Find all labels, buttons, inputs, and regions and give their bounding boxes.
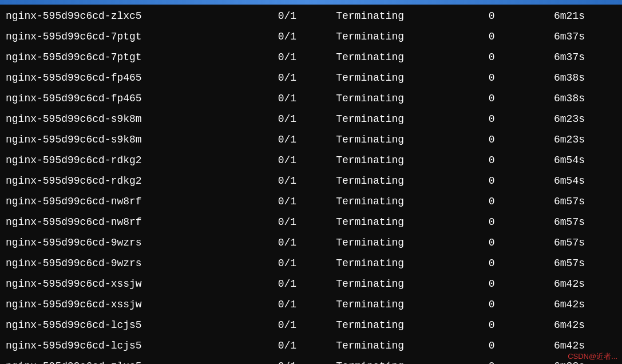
pod-ready: 0/1: [274, 232, 332, 253]
table-row: nginx-595d99c6cd-xssjw0/1Terminating06m4…: [5, 294, 622, 315]
pod-restarts: 0: [484, 232, 549, 253]
pod-name: nginx-595d99c6cd-rdkg2: [5, 150, 274, 171]
table-row: nginx-595d99c6cd-s9k8m0/1Terminating06m2…: [5, 109, 622, 129]
pod-status: Terminating: [331, 356, 484, 364]
pod-restarts: 0: [484, 253, 549, 274]
pod-restarts: 0: [484, 150, 549, 171]
pod-name: nginx-595d99c6cd-s9k8m: [5, 109, 274, 129]
pod-ready: 0/1: [274, 6, 332, 26]
pod-name: nginx-595d99c6cd-lcjs5: [5, 335, 274, 356]
table-row: nginx-595d99c6cd-9wzrs0/1Terminating06m5…: [5, 232, 622, 253]
pod-restarts: 0: [484, 335, 549, 356]
pod-restarts: 0: [484, 212, 549, 232]
pod-status: Terminating: [331, 315, 484, 335]
pod-ready: 0/1: [274, 253, 332, 274]
pod-age: 6m57s: [549, 212, 622, 232]
table-row: nginx-595d99c6cd-lcjs50/1Terminating06m4…: [5, 335, 622, 356]
pod-status: Terminating: [331, 88, 484, 109]
pod-status: Terminating: [331, 6, 484, 26]
pod-age: 6m54s: [549, 150, 622, 171]
pod-age: 6m57s: [549, 191, 622, 212]
pod-status: Terminating: [331, 253, 484, 274]
pod-ready: 0/1: [274, 171, 332, 191]
table-row: nginx-595d99c6cd-7ptgt0/1Terminating06m3…: [5, 26, 622, 47]
pod-name: nginx-595d99c6cd-zlxc5: [5, 6, 274, 26]
table-row: nginx-595d99c6cd-s9k8m0/1Terminating06m2…: [5, 129, 622, 150]
pod-ready: 0/1: [274, 26, 332, 47]
pod-restarts: 0: [484, 274, 549, 294]
watermark: CSDN@近者...: [568, 351, 617, 362]
pod-age: 6m42s: [549, 294, 622, 315]
pod-name: nginx-595d99c6cd-zlxc5: [5, 356, 274, 364]
pod-restarts: 0: [484, 171, 549, 191]
top-bar: [0, 0, 622, 5]
pod-restarts: 0: [484, 356, 549, 364]
pod-name: nginx-595d99c6cd-xssjw: [5, 294, 274, 315]
pod-age: 6m21s: [549, 6, 622, 26]
pod-restarts: 0: [484, 6, 549, 26]
pod-ready: 0/1: [274, 191, 332, 212]
pod-status: Terminating: [331, 294, 484, 315]
pod-ready: 0/1: [274, 315, 332, 335]
pod-restarts: 0: [484, 294, 549, 315]
pod-restarts: 0: [484, 88, 549, 109]
pod-name: nginx-595d99c6cd-9wzrs: [5, 232, 274, 253]
table-row: nginx-595d99c6cd-rdkg20/1Terminating06m5…: [5, 171, 622, 191]
pod-status: Terminating: [331, 150, 484, 171]
pod-ready: 0/1: [274, 68, 332, 88]
pod-age: 6m42s: [549, 315, 622, 335]
pod-age: 6m37s: [549, 47, 622, 68]
pod-status: Terminating: [331, 129, 484, 150]
table-row: nginx-595d99c6cd-lcjs50/1Terminating06m4…: [5, 315, 622, 335]
table-row: nginx-595d99c6cd-xssjw0/1Terminating06m4…: [5, 274, 622, 294]
pod-status: Terminating: [331, 191, 484, 212]
pod-name: nginx-595d99c6cd-s9k8m: [5, 129, 274, 150]
pod-restarts: 0: [484, 191, 549, 212]
table-row: nginx-595d99c6cd-nw8rf0/1Terminating06m5…: [5, 212, 622, 232]
pod-restarts: 0: [484, 26, 549, 47]
table-row: nginx-595d99c6cd-nw8rf0/1Terminating06m5…: [5, 191, 622, 212]
table-row: nginx-595d99c6cd-fp4650/1Terminating06m3…: [5, 88, 622, 109]
pod-ready: 0/1: [274, 294, 332, 315]
pod-name: nginx-595d99c6cd-7ptgt: [5, 26, 274, 47]
pod-ready: 0/1: [274, 129, 332, 150]
pod-ready: 0/1: [274, 109, 332, 129]
pod-name: nginx-595d99c6cd-fp465: [5, 68, 274, 88]
pod-ready: 0/1: [274, 88, 332, 109]
pod-age: 6m38s: [549, 68, 622, 88]
pod-name: nginx-595d99c6cd-7ptgt: [5, 47, 274, 68]
pod-name: nginx-595d99c6cd-nw8rf: [5, 191, 274, 212]
pod-name: nginx-595d99c6cd-fp465: [5, 88, 274, 109]
pod-status: Terminating: [331, 335, 484, 356]
pod-age: 6m57s: [549, 232, 622, 253]
pod-status: Terminating: [331, 26, 484, 47]
pod-restarts: 0: [484, 129, 549, 150]
table-container: nginx-595d99c6cd-zlxc50/1Terminating06m2…: [0, 0, 622, 364]
pod-restarts: 0: [484, 109, 549, 129]
table-row: nginx-595d99c6cd-zlxc50/1Terminating06m2…: [5, 6, 622, 26]
pod-ready: 0/1: [274, 335, 332, 356]
table-row: nginx-595d99c6cd-9wzrs0/1Terminating06m5…: [5, 253, 622, 274]
pod-restarts: 0: [484, 47, 549, 68]
pod-ready: 0/1: [274, 47, 332, 68]
table-row: nginx-595d99c6cd-rdkg20/1Terminating06m5…: [5, 150, 622, 171]
pod-status: Terminating: [331, 68, 484, 88]
pod-restarts: 0: [484, 315, 549, 335]
pod-name: nginx-595d99c6cd-xssjw: [5, 274, 274, 294]
pod-restarts: 0: [484, 68, 549, 88]
pod-status: Terminating: [331, 274, 484, 294]
terminal-window: nginx-595d99c6cd-zlxc50/1Terminating06m2…: [0, 0, 622, 364]
table-row: nginx-595d99c6cd-zlxc50/1Terminating06m2…: [5, 356, 622, 364]
pod-age: 6m38s: [549, 88, 622, 109]
pod-age: 6m42s: [549, 274, 622, 294]
pod-name: nginx-595d99c6cd-9wzrs: [5, 253, 274, 274]
pod-status: Terminating: [331, 47, 484, 68]
pod-name: nginx-595d99c6cd-rdkg2: [5, 171, 274, 191]
pod-age: 6m23s: [549, 109, 622, 129]
pod-status: Terminating: [331, 232, 484, 253]
pod-ready: 0/1: [274, 356, 332, 364]
table-row: nginx-595d99c6cd-7ptgt0/1Terminating06m3…: [5, 47, 622, 68]
pod-name: nginx-595d99c6cd-lcjs5: [5, 315, 274, 335]
pod-status: Terminating: [331, 171, 484, 191]
pod-status: Terminating: [331, 212, 484, 232]
